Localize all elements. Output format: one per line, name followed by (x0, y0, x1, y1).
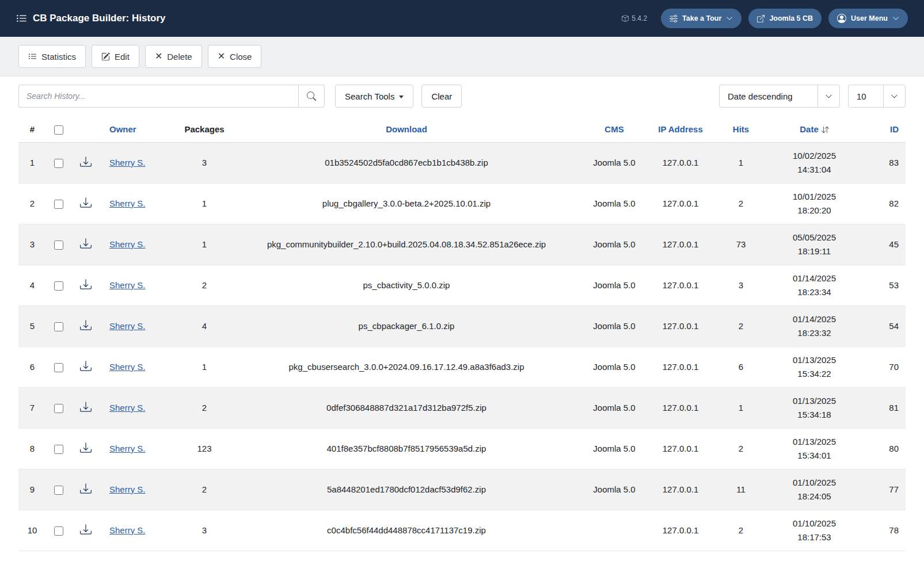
hits-cell: 6 (715, 346, 767, 387)
row-checkbox[interactable] (54, 240, 63, 250)
download-icon[interactable] (80, 197, 92, 208)
hits-cell: 2 (715, 510, 767, 551)
id-cell: 80 (862, 428, 906, 469)
download-cell: 01b3524502d5fa0cd867ecb1b1cb438b.zip (230, 142, 583, 183)
owner-link[interactable]: Sherry S. (109, 198, 146, 208)
clear-button[interactable]: Clear (421, 85, 462, 108)
ip-cell: 127.0.0.1 (646, 469, 715, 510)
cms-cell: Joomla 5.0 (583, 387, 646, 428)
time-value: 18:17:53 (771, 530, 857, 544)
time-value: 18:19:11 (771, 245, 857, 258)
header-packages: Packages (178, 117, 230, 142)
time-value: 15:34:01 (771, 449, 857, 462)
owner-link[interactable]: Sherry S. (109, 403, 146, 413)
statistics-button[interactable]: Statistics (18, 45, 86, 68)
packages-cell: 3 (178, 142, 230, 183)
edit-button[interactable]: Edit (92, 45, 139, 68)
row-checkbox[interactable] (54, 322, 63, 331)
id-cell: 53 (862, 265, 906, 306)
delete-button[interactable]: ✕ Delete (145, 45, 202, 68)
date-cell: 01/14/2025 18:23:32 (767, 306, 862, 346)
search-tools-button[interactable]: Search Tools (335, 85, 413, 108)
close-button[interactable]: ✕ Close (208, 45, 262, 68)
owner-link[interactable]: Sherry S. (109, 484, 146, 494)
header-hits[interactable]: Hits (733, 124, 749, 134)
date-value: 01/10/2025 (771, 517, 857, 530)
header-ip[interactable]: IP Address (658, 124, 703, 134)
packages-cell: 1 (178, 224, 230, 265)
owner-link[interactable]: Sherry S. (109, 239, 146, 249)
date-value: 01/13/2025 (771, 353, 857, 367)
header-id[interactable]: ID (890, 124, 899, 134)
x-icon: ✕ (218, 52, 225, 61)
download-icon[interactable] (80, 483, 92, 494)
action-toolbar: Statistics Edit ✕ Delete ✕ Close (0, 37, 924, 77)
row-number: 6 (18, 346, 46, 387)
row-checkbox[interactable] (54, 281, 63, 291)
chevron-down-icon (883, 85, 905, 107)
row-checkbox[interactable] (54, 486, 63, 495)
cms-cell: Joomla 5.0 (583, 428, 646, 469)
header-owner[interactable]: Owner (109, 124, 136, 134)
owner-link[interactable]: Sherry S. (109, 280, 146, 290)
search-input[interactable] (18, 85, 298, 108)
ip-cell: 127.0.0.1 (646, 142, 715, 183)
date-value: 10/02/2025 (771, 149, 857, 162)
download-icon[interactable] (80, 319, 92, 331)
limit-select[interactable]: 10 (848, 85, 906, 108)
row-checkbox[interactable] (54, 363, 63, 372)
download-icon[interactable] (80, 442, 92, 453)
cms-cell: Joomla 5.0 (583, 306, 646, 346)
header-cms[interactable]: CMS (604, 124, 623, 134)
menu-icon[interactable] (16, 13, 27, 24)
download-icon[interactable] (80, 401, 92, 413)
id-cell: 70 (862, 346, 906, 387)
row-number: 4 (18, 265, 46, 306)
joomla-5-cb-button[interactable]: Joomla 5 CB (748, 9, 822, 28)
download-icon[interactable] (80, 156, 92, 167)
header-date[interactable]: Date (800, 124, 819, 134)
table-row: 5 Sherry S. 4 ps_cbpackager_6.1.0.zip Jo… (18, 306, 906, 346)
table-row: 3 Sherry S. 1 pkg_communitybuilder_2.10.… (18, 224, 906, 265)
version-label: 5.4.2 (622, 14, 647, 22)
row-number: 2 (18, 183, 46, 224)
owner-link[interactable]: Sherry S. (109, 321, 146, 331)
time-value: 18:23:34 (771, 285, 857, 299)
select-all-checkbox[interactable] (54, 125, 63, 135)
row-number: 5 (18, 306, 46, 346)
owner-link[interactable]: Sherry S. (109, 158, 146, 167)
download-icon[interactable] (80, 238, 92, 249)
sort-icon[interactable] (822, 126, 829, 133)
download-icon[interactable] (80, 360, 92, 372)
download-cell: 401f8e357bcf8808b7f8517956539a5d.zip (230, 428, 583, 469)
hits-cell: 2 (715, 183, 767, 224)
time-value: 18:24:05 (771, 490, 857, 503)
page-title: CB Package Builder: History (33, 13, 166, 24)
date-cell: 01/14/2025 18:23:34 (767, 265, 862, 306)
owner-link[interactable]: Sherry S. (109, 444, 146, 453)
take-a-tour-button[interactable]: Take a Tour (661, 9, 742, 28)
row-checkbox[interactable] (54, 526, 63, 536)
row-checkbox[interactable] (54, 404, 63, 413)
packages-cell: 3 (178, 510, 230, 551)
row-checkbox[interactable] (54, 200, 63, 209)
header-num: # (18, 117, 46, 142)
table-row: 10 Sherry S. 3 c0c4bfc56f44dd448878cc417… (18, 510, 906, 551)
hits-cell: 2 (715, 306, 767, 346)
search-button[interactable] (298, 85, 325, 108)
sort-select[interactable]: Date descending (719, 85, 840, 108)
cms-cell: Joomla 5.0 (583, 142, 646, 183)
download-icon[interactable] (80, 278, 92, 290)
packages-cell: 123 (178, 428, 230, 469)
id-cell: 81 (862, 387, 906, 428)
owner-link[interactable]: Sherry S. (109, 362, 146, 372)
date-value: 10/01/2025 (771, 190, 857, 203)
row-checkbox[interactable] (54, 159, 63, 168)
download-icon[interactable] (80, 524, 92, 535)
user-menu-button[interactable]: User Menu (828, 9, 908, 28)
row-checkbox[interactable] (54, 445, 63, 454)
owner-link[interactable]: Sherry S. (109, 525, 146, 535)
chevron-down-icon (726, 15, 733, 22)
header-download[interactable]: Download (386, 124, 427, 134)
table-header-row: # Owner Packages Download CMS IP Address… (18, 117, 906, 142)
